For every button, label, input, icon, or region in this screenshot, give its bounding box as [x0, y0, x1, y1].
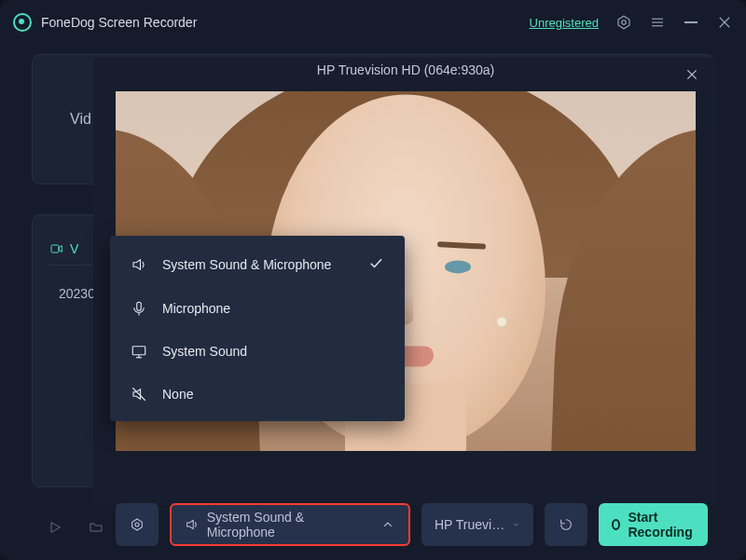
svg-marker-0 [618, 16, 629, 29]
minimize-button[interactable] [683, 14, 699, 31]
chevron-up-icon [380, 517, 395, 532]
mic-icon [131, 300, 147, 317]
audio-option-system-sound[interactable]: System Sound [110, 330, 405, 373]
audio-option-microphone[interactable]: Microphone [110, 287, 405, 330]
monitor-icon [131, 343, 147, 360]
audio-option-label: Microphone [162, 301, 230, 316]
record-dot-icon [612, 519, 620, 530]
camera-source-dropdown[interactable]: HP Truevi… [421, 503, 533, 546]
mode-label-left[interactable]: Vid [70, 111, 91, 128]
close-window-button[interactable] [716, 14, 733, 31]
svg-marker-15 [51, 523, 60, 533]
titlebar-actions: Unregistered [530, 14, 733, 31]
webcam-controls: System Sound & Microphone HP Truevi… Sta… [116, 503, 696, 546]
audio-source-dropdown[interactable]: System Sound & Microphone [170, 503, 410, 546]
webcam-close-button[interactable] [684, 67, 699, 82]
audio-option-label: System Sound & Microphone [162, 257, 331, 272]
svg-rect-30 [137, 302, 142, 310]
play-icon[interactable] [47, 519, 63, 536]
audio-option-label: System Sound [162, 344, 247, 359]
start-recording-button[interactable]: Start Recording [599, 503, 708, 546]
app-title: FoneDog Screen Recorder [41, 15, 197, 30]
history-tab-video[interactable]: V [49, 241, 78, 256]
svg-point-1 [622, 20, 627, 25]
app-logo-icon [13, 13, 32, 32]
speaker-icon [131, 256, 147, 273]
titlebar: FoneDog Screen Recorder Unregistered [0, 0, 746, 45]
chevron-down-icon [512, 517, 520, 532]
folder-icon[interactable] [88, 519, 104, 536]
audio-option-none[interactable]: None [110, 373, 405, 416]
camera-source-selected: HP Truevi… [435, 517, 504, 532]
mute-icon [131, 386, 147, 403]
settings-hex-icon[interactable] [615, 14, 632, 31]
audio-source-menu: System Sound & Microphone Microphone Sys… [110, 236, 405, 421]
menu-icon[interactable] [649, 14, 666, 31]
audio-source-selected: System Sound & Microphone [207, 510, 374, 540]
speaker-icon [185, 517, 200, 532]
webcam-settings-button[interactable] [116, 503, 159, 546]
svg-marker-28 [132, 519, 143, 530]
check-icon [367, 254, 384, 274]
svg-rect-7 [51, 245, 59, 253]
app-window: FoneDog Screen Recorder Unregistered Vid… [0, 0, 746, 560]
history-tab-label: V [70, 241, 78, 256]
webcam-panel-title: HP Truevision HD (064e:930a) [93, 58, 718, 82]
svg-point-29 [135, 523, 139, 526]
svg-rect-32 [132, 347, 145, 355]
undo-icon [559, 517, 573, 532]
audio-option-label: None [162, 387, 193, 402]
unregistered-link[interactable]: Unregistered [530, 16, 599, 30]
start-recording-label: Start Recording [628, 510, 695, 540]
reset-button[interactable] [545, 503, 587, 546]
audio-option-system-and-mic[interactable]: System Sound & Microphone [110, 241, 405, 287]
